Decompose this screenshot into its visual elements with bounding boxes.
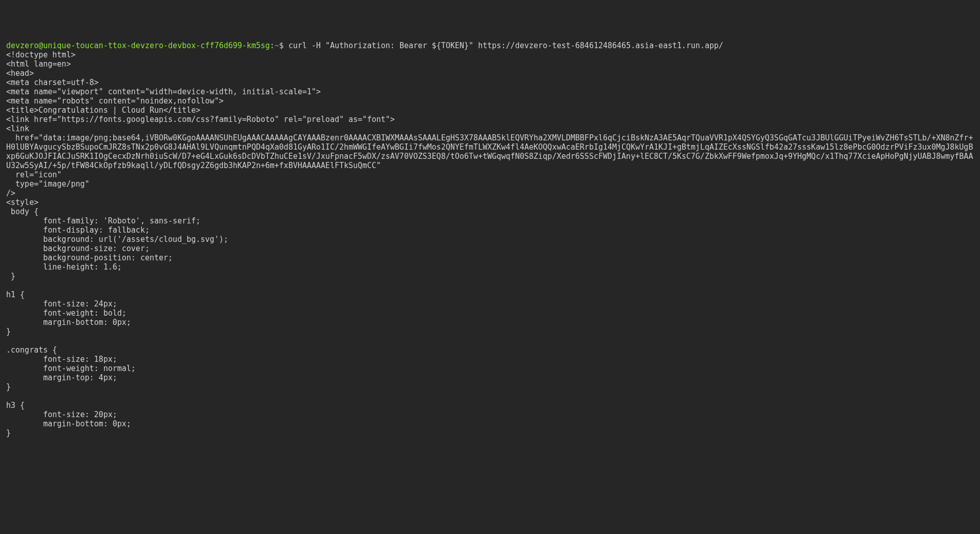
output-line: background-size: cover; <box>6 244 150 253</box>
output-line: type="image/png" <box>6 179 90 189</box>
output-line: body { <box>6 207 38 216</box>
output-line: <meta name="viewport" content="width=dev… <box>6 87 321 96</box>
output-line: <html lang=en> <box>6 59 71 69</box>
output-line: margin-top: 4px; <box>6 373 117 382</box>
output-line: font-weight: normal; <box>6 364 136 373</box>
prompt-sep: : <box>270 41 275 50</box>
terminal-content[interactable]: devzero@unique-toucan-ttox-devzero-devbo… <box>6 41 973 438</box>
output-line: <style> <box>6 198 38 207</box>
output-line: font-family: 'Roboto', sans-serif; <box>6 216 200 225</box>
output-line: font-display: fallback; <box>6 225 150 235</box>
output-line: font-weight: bold; <box>6 309 127 318</box>
output-line: <!doctype html> <box>6 50 75 59</box>
output-line: <link href="https://fonts.googleapis.com… <box>6 115 395 124</box>
output-line: line-height: 1.6; <box>6 262 122 272</box>
output-line: <meta charset=utf-8> <box>6 78 99 87</box>
output-line: } <box>6 272 15 281</box>
output-line: background: url('/assets/cloud_bg.svg'); <box>6 235 228 244</box>
output-line: h1 { <box>6 290 25 299</box>
prompt-cwd: ~ <box>275 41 279 50</box>
output-line: margin-bottom: 0px; <box>6 318 131 327</box>
output-line: } <box>6 428 11 438</box>
output-line: background-position: center; <box>6 253 173 262</box>
prompt-dollar: $ <box>279 41 288 50</box>
output-line: <title>Congratulations | Cloud Run</titl… <box>6 106 200 115</box>
output-line: href="data:image/png;base64,iVBORw0KGgoA… <box>6 133 973 170</box>
output-line: /> <box>6 189 15 198</box>
output-line: font-size: 18px; <box>6 355 117 364</box>
output-line: font-size: 24px; <box>6 299 117 309</box>
prompt-command: curl -H "Authorization: Bearer ${TOKEN}"… <box>288 41 723 50</box>
output-line: .congrats { <box>6 345 57 355</box>
output-line: rel="icon" <box>6 170 61 179</box>
output-line: } <box>6 382 11 392</box>
output-line: margin-bottom: 0px; <box>6 419 131 428</box>
output-line: <head> <box>6 69 34 78</box>
output-line: <meta name="robots" content="noindex,nof… <box>6 96 223 106</box>
output-line: font-size: 20px; <box>6 410 117 419</box>
output-line: <link <box>6 124 29 133</box>
output-line: } <box>6 327 11 336</box>
output-line: h3 { <box>6 401 25 410</box>
prompt-userhost: devzero@unique-toucan-ttox-devzero-devbo… <box>6 41 270 50</box>
